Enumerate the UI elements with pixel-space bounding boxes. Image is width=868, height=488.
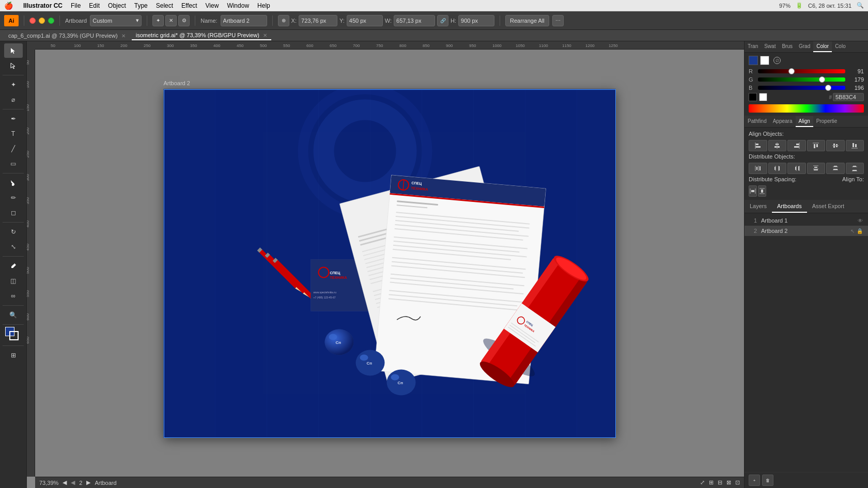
blend-tool[interactable]: ∞: [4, 289, 23, 303]
panel-tab-layers[interactable]: Layers: [745, 200, 772, 213]
dist-bottom-btn[interactable]: [846, 163, 864, 174]
panel-delete-layer-btn[interactable]: 🗑: [762, 475, 773, 486]
dist-spacing-h-btn[interactable]: [749, 185, 757, 197]
panel-tab-artboards[interactable]: Artboards: [772, 200, 807, 213]
r-slider[interactable]: [758, 69, 845, 73]
pen-tool[interactable]: ✒: [4, 112, 23, 126]
maximize-btn[interactable]: [48, 18, 54, 24]
panel-tab-pathfind[interactable]: Pathfind: [745, 116, 770, 127]
scale-tool[interactable]: ⤡: [4, 240, 23, 254]
menu-type[interactable]: Type: [134, 2, 148, 9]
minimize-btn[interactable]: [39, 18, 45, 24]
panel-tab-grad[interactable]: Grad: [796, 41, 813, 52]
align-right-btn[interactable]: [787, 140, 806, 151]
constrain-btn[interactable]: 🔗: [437, 15, 448, 26]
artboard-2-lock-icon[interactable]: 🔒: [857, 228, 863, 234]
menu-edit[interactable]: Edit: [89, 2, 100, 9]
artboard-options-btn[interactable]: ⚙: [178, 15, 190, 26]
panel-new-layer-btn[interactable]: +: [749, 475, 760, 486]
coord-arrow-btn[interactable]: ⊕: [278, 15, 289, 26]
pencil-tool[interactable]: ✏: [4, 191, 23, 205]
w-input[interactable]: [394, 15, 435, 26]
dist-spacing-v-btn[interactable]: [758, 185, 766, 197]
align-center-h-btn[interactable]: [768, 140, 787, 151]
menu-file[interactable]: File: [71, 2, 81, 9]
hex-input[interactable]: [833, 93, 864, 101]
workspace-dropdown[interactable]: Custom▾: [90, 15, 142, 26]
menu-object[interactable]: Object: [108, 2, 126, 9]
artboard-row-2[interactable]: 2 Artboard 2 ↖ 🔒: [745, 226, 868, 236]
h-input[interactable]: [458, 15, 494, 26]
tab-file1-close[interactable]: ✕: [121, 33, 126, 39]
search-icon[interactable]: 🔍: [857, 2, 864, 9]
dist-middle-btn[interactable]: [826, 163, 845, 174]
align-bottom-btn[interactable]: [846, 140, 864, 151]
black-swatch[interactable]: [749, 93, 757, 101]
direct-selection-tool[interactable]: [4, 58, 23, 73]
page-number[interactable]: 2: [79, 480, 82, 486]
artboard-nav-tool[interactable]: ⊞: [4, 348, 23, 363]
stroke-swatch[interactable]: [9, 331, 19, 340]
white-swatch[interactable]: [759, 93, 767, 101]
foreground-swatch[interactable]: [749, 56, 758, 65]
align-middle-v-btn[interactable]: [826, 140, 845, 151]
dist-left-btn[interactable]: [749, 163, 767, 174]
type-tool[interactable]: T: [4, 127, 23, 141]
g-slider[interactable]: [758, 77, 845, 82]
panel-tab-swat[interactable]: Swat: [761, 41, 779, 52]
new-artboard-btn[interactable]: ✦: [152, 15, 164, 26]
statusbar-icon1[interactable]: ⊞: [709, 479, 714, 486]
dist-right-btn[interactable]: [787, 163, 806, 174]
delete-artboard-btn[interactable]: ✕: [165, 15, 177, 26]
menu-view[interactable]: View: [206, 2, 219, 9]
panel-tab-asset-export[interactable]: Asset Export: [807, 200, 849, 213]
apple-menu[interactable]: 🍎: [4, 2, 13, 10]
canvas-area[interactable]: 50 100 150 200 250 300 350 400 450 500 5…: [27, 41, 744, 488]
zoom-tool[interactable]: 🔍: [4, 308, 23, 322]
canvas-content[interactable]: Artboard 2: [35, 50, 744, 477]
statusbar-icon4[interactable]: ⊡: [735, 479, 740, 486]
none-icon[interactable]: ∅: [773, 57, 781, 64]
panel-tab-propertie[interactable]: Propertie: [813, 116, 841, 127]
b-slider[interactable]: [758, 86, 845, 90]
y-input[interactable]: [347, 15, 383, 26]
x-input[interactable]: [299, 15, 337, 26]
menu-window[interactable]: Window: [227, 2, 249, 9]
panel-tab-color[interactable]: Color: [813, 41, 832, 52]
align-left-btn[interactable]: [749, 140, 767, 151]
tab-file2[interactable]: isometric grid.ai* @ 73,39% (RGB/GPU Pre…: [132, 31, 271, 40]
tab-file2-close[interactable]: ✕: [263, 33, 267, 38]
statusbar-icon3[interactable]: ⊠: [726, 479, 731, 486]
menu-select[interactable]: Select: [156, 2, 173, 9]
artboard-1-visibility-icon[interactable]: 👁: [858, 218, 863, 224]
panel-tab-appeara[interactable]: Appeara: [770, 116, 796, 127]
line-tool[interactable]: ╱: [4, 141, 23, 156]
statusbar-icon2[interactable]: ⊟: [718, 479, 722, 486]
rotate-tool[interactable]: ↻: [4, 225, 23, 239]
background-swatch[interactable]: [760, 56, 769, 65]
rearrange-all-btn[interactable]: Rearrange All: [505, 15, 549, 26]
panel-tab-tran[interactable]: Tran: [745, 41, 761, 52]
menu-help[interactable]: Help: [257, 2, 270, 9]
panel-tab-brus[interactable]: Brus: [779, 41, 796, 52]
magic-wand-tool[interactable]: ✦: [4, 77, 23, 92]
rect-tool[interactable]: ▭: [4, 156, 23, 171]
dist-top-btn[interactable]: [807, 163, 826, 174]
panel-tab-colo2[interactable]: Colo: [832, 41, 849, 52]
eyedropper-tool[interactable]: [4, 259, 23, 273]
selection-tool[interactable]: [4, 43, 23, 58]
nav-next-btn[interactable]: ▶: [86, 479, 90, 486]
close-btn[interactable]: [29, 18, 36, 24]
align-top-btn[interactable]: [807, 140, 826, 151]
artboard-name-input[interactable]: [221, 15, 267, 26]
expand-icon[interactable]: ⤢: [700, 479, 705, 486]
nav-prev-btn[interactable]: ◀: [63, 479, 67, 486]
lasso-tool[interactable]: ⌀: [4, 92, 23, 107]
tab-file1[interactable]: cap_6_comp1.ai @ 73,39% (GPU Preview) ✕: [4, 32, 130, 40]
artboard-extra-btn[interactable]: ⋯: [552, 15, 564, 26]
dist-center-h-btn[interactable]: [768, 163, 787, 174]
artboard-row-1[interactable]: 1 Artboard 1 👁: [745, 215, 868, 226]
paintbrush-tool[interactable]: [4, 176, 23, 190]
panel-tab-align[interactable]: Align: [796, 116, 813, 127]
color-spectrum[interactable]: [749, 104, 864, 113]
